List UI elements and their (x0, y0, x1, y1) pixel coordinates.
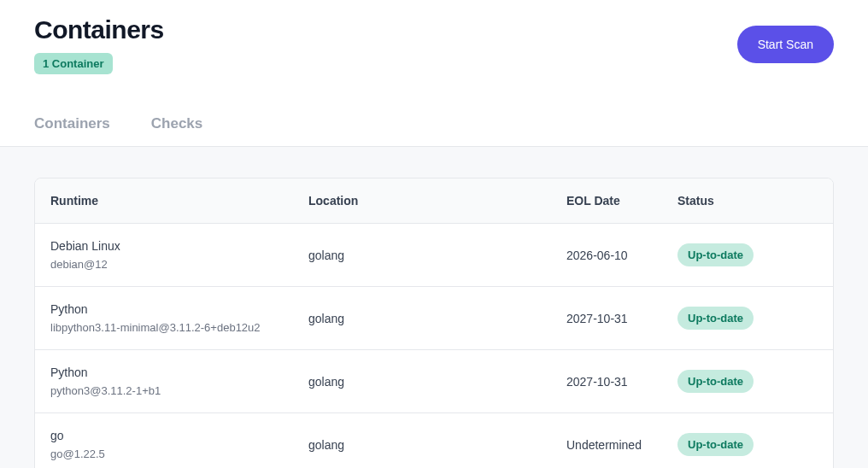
cell-status: Up-to-date (662, 354, 833, 408)
status-badge: Up-to-date (677, 307, 754, 330)
eol-text: 2026-06-10 (566, 249, 628, 262)
column-header-status: Status (662, 178, 833, 223)
cell-eol: Undetermined (551, 423, 662, 467)
column-header-eol: EOL Date (551, 178, 662, 223)
runtime-name: go (50, 429, 278, 442)
header-region: Containers 1 Container Start Scan Contai… (0, 0, 868, 146)
title-block: Containers 1 Container (34, 15, 164, 74)
runtime-version: debian@12 (50, 258, 278, 271)
cell-status: Up-to-date (662, 291, 833, 345)
runtime-version: go@1.22.5 (50, 448, 278, 460)
cell-status: Up-to-date (662, 418, 833, 468)
location-text: golang (308, 249, 344, 262)
column-header-location: Location (293, 178, 551, 223)
eol-text: Undetermined (566, 438, 642, 452)
eol-text: 2027-10-31 (566, 312, 628, 325)
location-text: golang (308, 438, 344, 452)
cell-location: golang (293, 360, 551, 404)
cell-location: golang (293, 296, 551, 341)
cell-runtime: Debian Linux debian@12 (35, 224, 293, 286)
runtime-version: libpython3.11-minimal@3.11.2-6+deb12u2 (50, 321, 278, 334)
status-badge: Up-to-date (677, 370, 754, 393)
eol-text: 2027-10-31 (566, 375, 628, 389)
runtime-version: python3@3.11.2-1+b1 (50, 384, 278, 397)
runtimes-table: Runtime Location EOL Date Status Debian … (34, 178, 834, 468)
tab-checks[interactable]: Checks (151, 115, 202, 132)
cell-runtime: go go@1.22.5 (35, 413, 293, 468)
table-header: Runtime Location EOL Date Status (35, 178, 833, 224)
cell-eol: 2027-10-31 (551, 360, 662, 404)
runtime-name: Python (50, 366, 278, 379)
column-header-runtime: Runtime (35, 178, 293, 223)
cell-runtime: Python libpython3.11-minimal@3.11.2-6+de… (35, 287, 293, 349)
cell-eol: 2027-10-31 (551, 296, 662, 341)
cell-eol: 2026-06-10 (551, 233, 662, 278)
location-text: golang (308, 312, 344, 325)
runtime-name: Python (50, 302, 278, 316)
cell-status: Up-to-date (662, 228, 833, 282)
table-row[interactable]: Debian Linux debian@12 golang 2026-06-10… (35, 224, 833, 287)
table-row[interactable]: Python libpython3.11-minimal@3.11.2-6+de… (35, 287, 833, 350)
tab-containers[interactable]: Containers (34, 115, 110, 132)
status-badge: Up-to-date (677, 243, 754, 266)
cell-runtime: Python python3@3.11.2-1+b1 (35, 350, 293, 412)
page-title: Containers (34, 15, 164, 44)
cell-location: golang (293, 423, 551, 467)
start-scan-button[interactable]: Start Scan (737, 26, 834, 63)
runtime-name: Debian Linux (50, 239, 278, 253)
content-region: Runtime Location EOL Date Status Debian … (0, 146, 868, 468)
table-row[interactable]: go go@1.22.5 golang Undetermined Up-to-d… (35, 413, 833, 468)
location-text: golang (308, 375, 344, 389)
cell-location: golang (293, 233, 551, 278)
container-count-badge: 1 Container (34, 53, 113, 74)
table-row[interactable]: Python python3@3.11.2-1+b1 golang 2027-1… (35, 350, 833, 413)
tabs: Containers Checks (34, 115, 834, 146)
header-top: Containers 1 Container Start Scan (34, 15, 834, 74)
status-badge: Up-to-date (677, 433, 754, 456)
